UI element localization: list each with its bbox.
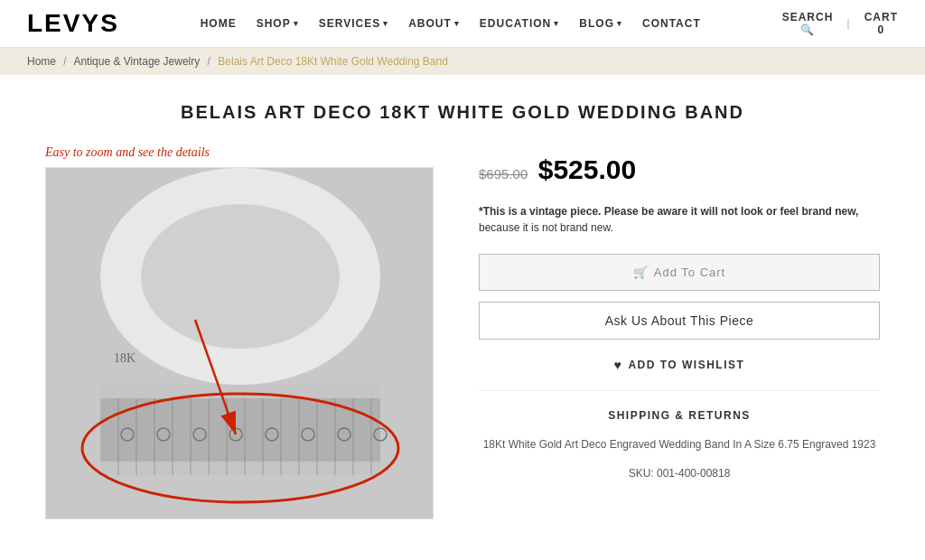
svg-rect-4: [100, 385, 380, 398]
nav-education[interactable]: EDUCATION ▾: [480, 17, 559, 30]
vintage-note: *This is a vintage piece. Please be awar…: [479, 203, 880, 236]
nav-blog[interactable]: BLOG ▾: [579, 17, 622, 30]
header-actions: SEARCH 🔍 | CART 0: [782, 11, 898, 36]
ask-about-piece-button[interactable]: Ask Us About This Piece: [479, 302, 880, 340]
zoom-hint: Easy to zoom and see the details: [45, 145, 434, 160]
breadcrumb-home[interactable]: Home: [27, 55, 56, 68]
logo[interactable]: LEVYS: [27, 9, 119, 38]
svg-point-2: [141, 204, 340, 349]
price-area: $695.00 $525.00: [479, 154, 880, 185]
nav-contact[interactable]: CONTACT: [642, 17, 701, 30]
chevron-down-icon: ▾: [617, 19, 622, 28]
breadcrumb-sep: /: [63, 55, 66, 68]
chevron-down-icon: ▾: [454, 19, 460, 28]
details-panel: $695.00 $525.00 *This is a vintage piece…: [479, 145, 880, 480]
chevron-down-icon: ▾: [383, 19, 388, 28]
cart-button[interactable]: CART 0: [864, 11, 898, 36]
main-nav: HOME SHOP ▾ SERVICES ▾ ABOUT ▾ EDUCATION…: [201, 17, 701, 30]
nav-about[interactable]: ABOUT ▾: [408, 17, 460, 30]
chevron-down-icon: ▾: [294, 19, 299, 28]
add-to-cart-button[interactable]: 🛒 Add To Cart: [479, 254, 880, 291]
sku: SKU: 001-400-00818: [479, 467, 880, 480]
product-image[interactable]: 18K: [45, 167, 434, 519]
chevron-down-icon: ▾: [554, 19, 559, 28]
original-price: $695.00: [479, 166, 528, 182]
nav-home[interactable]: HOME: [201, 17, 237, 30]
breadcrumb-sep2: /: [208, 55, 210, 68]
image-section: Easy to zoom and see the details: [45, 145, 434, 519]
nav-services[interactable]: SERVICES ▾: [319, 17, 388, 30]
search-icon: 🔍: [800, 23, 815, 36]
cart-icon: 🛒: [633, 266, 649, 279]
breadcrumb-category[interactable]: Antique & Vintage Jewelry: [73, 55, 200, 68]
sale-price: $525.00: [538, 154, 636, 184]
divider: |: [846, 17, 850, 30]
product-title: BELAIS ART DECO 18KT WHITE GOLD WEDDING …: [45, 102, 880, 123]
header: LEVYS HOME SHOP ▾ SERVICES ▾ ABOUT ▾ EDU…: [0, 0, 925, 48]
main-content: BELAIS ART DECO 18KT WHITE GOLD WEDDING …: [0, 75, 925, 546]
breadcrumb-current: Belais Art Deco 18Kt White Gold Wedding …: [218, 55, 448, 68]
svg-rect-5: [100, 462, 380, 475]
add-to-wishlist-button[interactable]: ♥ ADD TO WISHLIST: [479, 358, 880, 372]
svg-text:18K: 18K: [114, 351, 135, 365]
shipping-returns-title: SHIPPING & RETURNS: [479, 390, 880, 422]
breadcrumb: Home / Antique & Vintage Jewelry / Belai…: [0, 48, 925, 75]
search-button[interactable]: SEARCH 🔍: [782, 11, 834, 36]
nav-shop[interactable]: SHOP ▾: [257, 17, 299, 30]
product-description: 18Kt White Gold Art Deco Engraved Weddin…: [479, 435, 880, 453]
product-layout: Easy to zoom and see the details: [45, 145, 880, 519]
product-image-svg: 18K: [46, 168, 434, 519]
heart-icon: ♥: [614, 358, 623, 372]
